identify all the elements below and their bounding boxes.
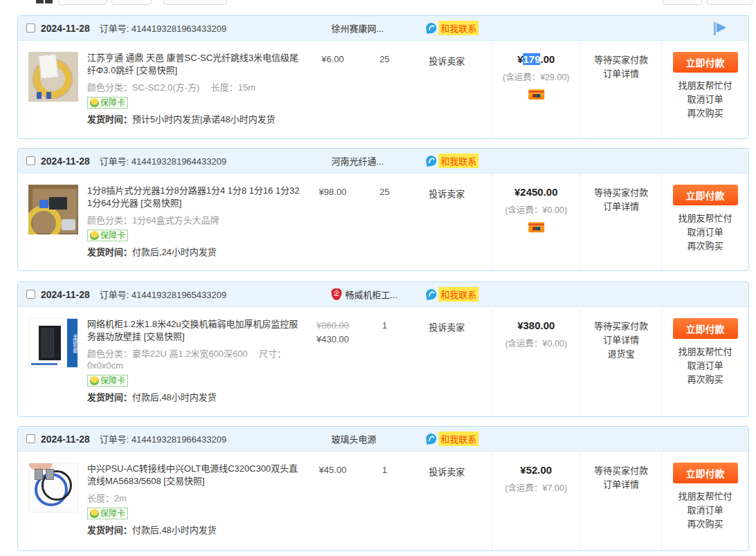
- ship-time-value: 付款后,48小时内发货: [132, 392, 216, 402]
- toolbar-button-3[interactable]: [163, 0, 227, 5]
- seller-name[interactable]: 徐州赛康网...: [331, 21, 384, 35]
- actions-cell: 立即付款 找朋友帮忙付 取消订单 再次购买: [661, 452, 748, 550]
- product-image[interactable]: [28, 52, 78, 102]
- product-cell: 1分8插片式分光器1分8分路器1分4 1分8 1分16 1分32 1分64分光器…: [18, 174, 491, 270]
- contact-seller[interactable]: 和我联系: [426, 287, 479, 302]
- contact-badge: 和我联系: [439, 432, 479, 446]
- total-price: ¥2450.00: [492, 186, 580, 198]
- seller-name[interactable]: 玻璃头电源: [331, 432, 376, 445]
- toolbar-button-5[interactable]: [707, 0, 753, 5]
- ship-time-value: 预计5小时内发货|承诺48小时内发货: [132, 114, 275, 124]
- product-title[interactable]: 网络机柜1.2米1.8米42u交换机箱弱电加厚机房监控服务器功放壁挂 [交易快照…: [87, 318, 302, 343]
- order-checkbox[interactable]: [26, 434, 35, 443]
- shipping-note: (含运费：¥7.00): [492, 481, 580, 494]
- cancel-order-link[interactable]: 取消订单: [662, 359, 748, 373]
- shipping-note: (含运费：¥0.00): [492, 203, 580, 216]
- product-title-text: 江苏亨通 通鼎 天邑 康普SC-SC光纤跳线3米电信级尾纤Φ3.0跳纤: [87, 53, 299, 75]
- pay-now-button[interactable]: 立即付款: [673, 52, 738, 73]
- order-card: 2024-11-28 订单号: 4144193281966433209 玻璃头电…: [17, 426, 749, 551]
- device-art: [39, 200, 48, 208]
- toolbar-button-1[interactable]: [58, 0, 107, 5]
- quantity: 25: [364, 185, 405, 270]
- order-checkbox[interactable]: [26, 156, 35, 165]
- product-desc: 1分8插片式分光器1分8分路器1分4 1分8 1分16 1分32 1分64分光器…: [87, 185, 302, 270]
- ask-friend-pay-link[interactable]: 找朋友帮忙付: [662, 212, 748, 225]
- ship-time: 发货时间：付款后,24小时内发货: [87, 246, 302, 259]
- product-specs: 颜色分类：SC-SC2.0(方-方) 长度：15m: [87, 82, 302, 93]
- ship-time-label: 发货时间：: [87, 247, 132, 257]
- status-cell: 等待买家付款 订单详情: [580, 41, 661, 138]
- status-text: 等待买家付款: [581, 186, 661, 200]
- ship-time-label: 发货时间：: [87, 114, 132, 124]
- order-checkbox[interactable]: [26, 290, 35, 299]
- ship-time-label: 发货时间：: [87, 392, 132, 402]
- contact-seller[interactable]: 和我联系: [426, 432, 479, 446]
- wangwang-icon: [425, 433, 437, 445]
- order-detail-link[interactable]: 订单详情: [581, 200, 661, 214]
- seller-name[interactable]: 河南光纤通...: [331, 154, 384, 167]
- pay-now-button[interactable]: 立即付款: [673, 185, 738, 205]
- complain-seller-link[interactable]: 投诉卖家: [405, 463, 488, 550]
- guarantee-badge: 保障卡: [87, 508, 128, 519]
- product-desc: 网络机柜1.2米1.8米42u交换机箱弱电加厚机房监控服务器功放壁挂 [交易快照…: [87, 318, 302, 416]
- ask-friend-pay-link[interactable]: 找朋友帮忙付: [662, 490, 748, 503]
- guarantee-badge: 保障卡: [87, 97, 128, 109]
- ask-friend-pay-link[interactable]: 找朋友帮忙付: [662, 345, 748, 359]
- buy-again-link[interactable]: 再次购买: [662, 239, 748, 253]
- total-price: ¥380.00: [492, 319, 580, 331]
- product-image[interactable]: [28, 463, 78, 512]
- cancel-order-link[interactable]: 取消订单: [662, 225, 748, 239]
- contact-seller[interactable]: 和我联系: [426, 154, 479, 168]
- connector-art: [37, 92, 42, 99]
- product-image[interactable]: [28, 185, 78, 234]
- shipping-note: (含运费：¥29.00): [492, 70, 580, 83]
- total-cell: ¥52.00 (含运费：¥7.00): [491, 452, 580, 550]
- order-number: 订单号: 4144193281965433209: [100, 288, 227, 301]
- cancel-order-link[interactable]: 取消订单: [662, 93, 748, 106]
- product-specs: 长度：2m: [87, 492, 302, 504]
- contact-badge: 和我联系: [439, 21, 479, 35]
- toolbar: [0, 0, 756, 7]
- order-number-value: 4144193281964433209: [131, 156, 226, 167]
- device-art: [49, 197, 67, 210]
- snapshot-label[interactable]: [交易快照]: [140, 198, 181, 208]
- toolbar-button-2[interactable]: [111, 0, 151, 5]
- return-guarantee-link[interactable]: 退货宝: [581, 347, 661, 361]
- order-number: 订单号: 4144193281963433209: [100, 21, 227, 35]
- actions-cell: 立即付款 找朋友帮忙付 取消订单 再次购买: [661, 307, 748, 416]
- cancel-order-link[interactable]: 取消订单: [662, 503, 748, 517]
- order-checkbox[interactable]: [26, 24, 35, 33]
- ship-time-label: 发货时间：: [87, 525, 132, 535]
- order-detail-link[interactable]: 订单详情: [581, 478, 661, 492]
- buy-again-link[interactable]: 再次购买: [662, 517, 748, 531]
- seller-name[interactable]: 企 畅威机柜工...: [331, 288, 398, 301]
- pay-now-button[interactable]: 立即付款: [673, 318, 738, 339]
- order-detail-link[interactable]: 订单详情: [581, 333, 661, 347]
- toolbar-button-4[interactable]: [663, 0, 702, 5]
- order-date: 2024-11-28: [41, 23, 90, 34]
- pay-now-button[interactable]: 立即付款: [673, 463, 738, 483]
- snapshot-label[interactable]: [交易快照]: [136, 65, 177, 75]
- buy-again-link[interactable]: 再次购买: [662, 373, 748, 387]
- buy-again-link[interactable]: 再次购买: [662, 106, 748, 120]
- complain-seller-link[interactable]: 投诉卖家: [405, 185, 488, 270]
- order-number: 订单号: 4144193281966433209: [100, 432, 227, 445]
- order-detail-link[interactable]: 订单详情: [581, 67, 661, 81]
- flag-icon[interactable]: [714, 22, 728, 35]
- select-all-partial[interactable]: [36, 0, 44, 3]
- snapshot-label[interactable]: [交易快照]: [144, 331, 185, 342]
- product-title[interactable]: 中兴PSU-AC转接线中兴OLT电源线C320C300双头直流线MA5683/5…: [87, 463, 302, 488]
- contact-seller[interactable]: 和我联系: [426, 21, 479, 35]
- actions-cell: 立即付款 找朋友帮忙付 取消订单 再次购买: [661, 41, 748, 138]
- product-title[interactable]: 江苏亨通 通鼎 天邑 康普SC-SC光纤跳线3米电信级尾纤Φ3.0跳纤 [交易快…: [87, 52, 302, 77]
- order-number-value: 4144193281966433209: [131, 434, 226, 445]
- product-title[interactable]: 1分8插片式分光器1分8分路器1分4 1分8 1分16 1分32 1分64分光器…: [87, 185, 302, 210]
- ask-friend-pay-link[interactable]: 找朋友帮忙付: [662, 79, 748, 93]
- complain-seller-link[interactable]: 投诉卖家: [405, 52, 488, 138]
- cabinet-door-art: [42, 328, 54, 358]
- snapshot-label[interactable]: [交易快照]: [164, 476, 205, 486]
- guarantee-label: 保障卡: [100, 97, 125, 109]
- product-image[interactable]: 全国包邮: [28, 318, 78, 368]
- order-header: 2024-11-28 订单号: 4144193281966433209 玻璃头电…: [18, 427, 748, 452]
- complain-seller-link[interactable]: 投诉卖家: [405, 318, 488, 416]
